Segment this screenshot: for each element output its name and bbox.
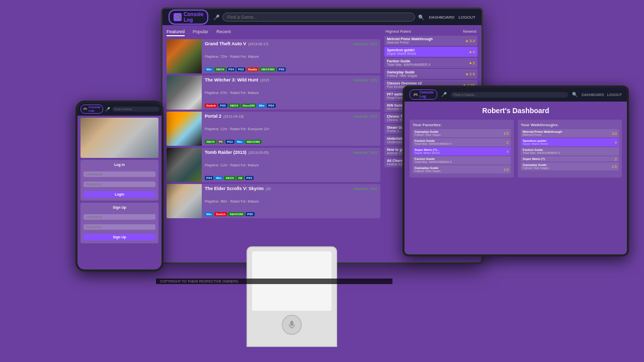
tab-recent[interactable]: Recent — [216, 29, 231, 36]
wt-item-1[interactable]: Speedrun guide! Super Mario World 4 — [521, 138, 619, 146]
desktop-search-input[interactable] — [222, 13, 415, 22]
dashboard-link[interactable]: DASHBOARD — [429, 15, 455, 20]
mobile-logo[interactable]: 🎮 Console Log — [80, 105, 103, 114]
wt-item-3[interactable]: Super Mario (?) 2 — [521, 156, 619, 161]
rating-item-3[interactable]: Gameplay Guide Fallout: New Vegas ★2.5 — [384, 69, 477, 79]
wt-item-2[interactable]: Faction Guide Total War: WARHAMMER II — [521, 147, 619, 155]
rating-score-2: ★2 — [469, 61, 475, 65]
game-card-3[interactable]: Tomb Raider (2013) (2013-03-05) metacrit… — [167, 148, 380, 182]
mobile-inner: 🎮 Console Log 🎤 🔍 Log in Login Sign Up — [77, 103, 162, 269]
mobile-controller-icon: 🎮 — [83, 107, 88, 111]
ratings-header: Highest Rated Newest — [384, 29, 477, 34]
game-details-3: Playtime: 11hr · Rated For: Mature — [205, 163, 377, 167]
rating-game-0: Metroid Prime — [387, 41, 475, 44]
rating-game-3: Fallout: New Vegas — [387, 74, 475, 77]
game-details-2: Playtime: 11hr · Rated For: Everyone 10+ — [205, 127, 377, 131]
game-card-2[interactable]: Portal 2 (2011-04-18) metacritic: 95% Pl… — [167, 112, 380, 146]
game-thumb-0 — [167, 39, 202, 73]
controller-icon: 🎮 — [174, 13, 182, 21]
game-year-2: (2011-04-18) — [223, 115, 244, 118]
rating-score-0: ★3.3 — [465, 39, 475, 43]
copyright-bar: COPYRIGHT TO THEIR RESPECTIVE OWNERS — [156, 279, 392, 284]
login-button[interactable]: Login — [84, 191, 155, 198]
signup-title: Sign Up — [84, 206, 155, 209]
signup-button[interactable]: Sign Up — [84, 234, 155, 240]
center-device-home-btn[interactable] — [282, 315, 302, 335]
fav-item-4[interactable]: Gameplay Guide Fallout: New Vegas 2.5 — [413, 165, 511, 173]
tag-xbox: XBOX — [224, 176, 235, 180]
tab-row: Featured Popular Recent — [167, 29, 380, 36]
tablet-content: Robert's Dashboard Your Favorites: Gamep… — [405, 102, 627, 254]
login-password-input[interactable] — [84, 182, 155, 187]
mobile-search-input[interactable] — [112, 107, 159, 112]
tag-ps5: PS5 — [218, 104, 227, 108]
game-thumb-4 — [167, 184, 202, 218]
rating-title-2: Faction Guide — [387, 59, 475, 63]
tag-ps4: PS4 — [205, 176, 213, 180]
tag-xbox360: XBOX360 — [260, 67, 276, 71]
tab-popular[interactable]: Popular — [193, 29, 208, 36]
metacritic-2: metacritic: 95% — [353, 115, 377, 118]
mobile-content: Log in Login Sign Up Sign Up — [77, 116, 162, 269]
game-info-2: Portal 2 (2011-04-18) metacritic: 95% Pl… — [202, 112, 380, 146]
rating-title-0: Metroid Prime Walkthrough — [387, 37, 475, 41]
logo-text: Console Log — [184, 12, 203, 23]
signup-username-input[interactable] — [84, 214, 155, 220]
tablet-logo[interactable]: 🎮 Console Log — [410, 89, 437, 100]
tag-ps5: PS5 — [246, 212, 254, 216]
search-icon[interactable]: 🔍 — [418, 15, 424, 20]
game-card-0[interactable]: Grand Theft Auto V (2013-09-17) metacrit… — [167, 39, 380, 73]
tag-ps3: PS3 — [236, 67, 245, 71]
fav-item-1[interactable]: Faction Guide Total War: WARHAMMER II 2 — [413, 138, 511, 146]
mobile-screen: 🎮 Console Log 🎤 🔍 Log in Login Sign Up — [75, 101, 164, 272]
mobile-topbar: 🎮 Console Log 🎤 🔍 — [77, 103, 162, 116]
game-card-1[interactable]: The Witcher 3: Wild Hunt (2015 metacriti… — [167, 75, 380, 110]
highest-rated-label: Highest Rated — [385, 29, 411, 34]
game-year-1: (2015 — [260, 78, 269, 82]
tablet-search-icon[interactable]: 🔍 — [572, 92, 578, 97]
platform-tags-1: Switch PS5 XBOX Xbox360 Win PS4 — [205, 104, 377, 108]
tablet-controller-icon: 🎮 — [413, 93, 418, 97]
dashboard-title: Robert's Dashboard — [410, 107, 622, 115]
tag-xbox: XBOX — [228, 104, 240, 108]
wt-item-0[interactable]: Metroid Prime Walkthrough Metroid Prime … — [521, 129, 619, 137]
game-details-1: Playtime: 47hr · Rated For: Mature — [205, 91, 377, 95]
game-info-1: The Witcher 3: Wild Hunt (2015 metacriti… — [202, 75, 380, 110]
fav-score-0: 2.5 — [504, 132, 509, 135]
wt-subtitle-1: Super Mario World — [523, 142, 617, 145]
wt-item-4[interactable]: Gameplay Guide Fallout: New Vegas 2.5 — [521, 162, 619, 170]
dashboard-panels: Your Favorites: Gameplay Guide Fallout: … — [410, 120, 622, 177]
copyright-text: COPYRIGHT TO THEIR RESPECTIVE OWNERS — [160, 280, 238, 283]
tag-switch: Switch — [205, 104, 217, 108]
fav-item-0[interactable]: Gameplay Guide Fallout: New Vegas 2.5 — [413, 129, 511, 137]
metacritic-0: metacritic: 92% — [353, 42, 377, 46]
rating-item-0[interactable]: Metroid Prime Walkthrough Metroid Prime … — [384, 36, 477, 46]
mic-icon: 🎤 — [213, 15, 219, 20]
fav-item-2[interactable]: Super Mario (?)... Super Mario World 4 — [413, 147, 511, 155]
tablet-logout-link[interactable]: LOGOUT — [607, 93, 622, 97]
tablet-topbar: 🎮 Console Log 🎤 🔍 DASHBOARD LOGOUT — [405, 87, 627, 102]
rating-item-1[interactable]: Speedrun guide! Super Mario World ★4 — [384, 47, 477, 57]
game-card-4[interactable]: The Elder Scrolls V: Skyrim (20 metacrit… — [167, 184, 380, 218]
game-info-4: The Elder Scrolls V: Skyrim (20 metacrit… — [202, 184, 380, 218]
tablet-dashboard-link[interactable]: DASHBOARD — [582, 93, 604, 97]
game-title-2: Portal 2 — [205, 114, 221, 119]
game-thumb-3 — [167, 148, 202, 182]
signup-password-input[interactable] — [84, 224, 155, 230]
tag-stadia: Stadia — [247, 67, 259, 71]
rating-score-1: ★4 — [469, 50, 475, 54]
fav-item-3[interactable]: Faction Guide Total War: WARHAMMER II — [413, 156, 511, 164]
tag-pc: PC — [217, 140, 224, 144]
walkthroughs-panel-title: Your Walkthroughs: — [521, 123, 619, 127]
tablet-search-input[interactable] — [451, 92, 568, 98]
svg-rect-0 — [290, 321, 293, 326]
tab-featured[interactable]: Featured — [167, 29, 185, 36]
fav-subtitle-0: Fallout: New Vegas — [415, 133, 509, 136]
tag-xbox360: Xbox360 — [241, 104, 257, 108]
desktop-nav: DASHBOARD LOGOUT — [429, 15, 475, 20]
logout-link[interactable]: LOGOUT — [458, 15, 475, 20]
desktop-logo[interactable]: 🎮 Console Log — [169, 10, 208, 25]
login-username-input[interactable] — [84, 171, 155, 177]
rating-item-2[interactable]: Faction Guide Total War: WARHAMMER II ★2 — [384, 58, 477, 68]
newest-label: Newest — [463, 29, 476, 34]
